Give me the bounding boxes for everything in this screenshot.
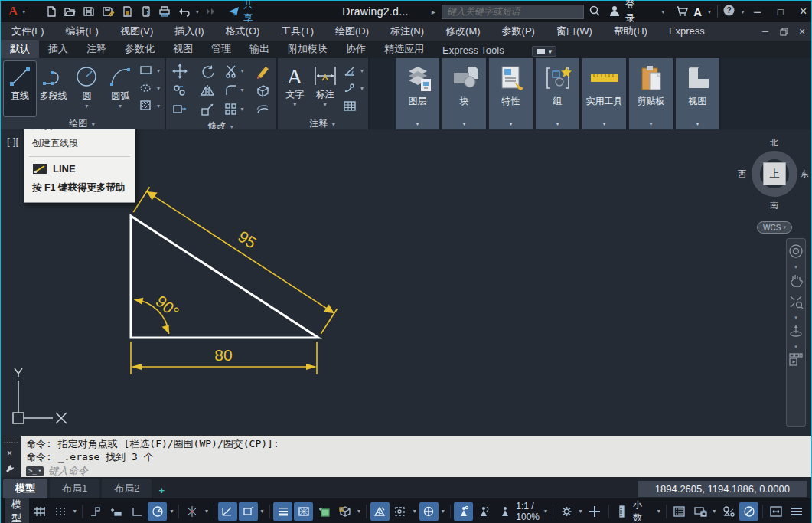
selection-cycling-toggle[interactable] bbox=[315, 502, 334, 521]
snap-dropdown-icon[interactable]: ▾ bbox=[72, 508, 78, 515]
wcs-selector[interactable]: WCS▾ bbox=[757, 221, 792, 234]
search-icon[interactable] bbox=[589, 5, 601, 19]
lineweight-toggle[interactable] bbox=[273, 502, 292, 521]
drawing-canvas[interactable]: [-][ 80 bbox=[1, 129, 811, 436]
doc-minimize-button[interactable]: ─ bbox=[756, 24, 774, 39]
doc-restore-button[interactable] bbox=[774, 24, 793, 39]
search-expand-icon[interactable]: ▸ bbox=[430, 8, 437, 16]
snap-toggle[interactable] bbox=[51, 502, 70, 521]
circle-dropdown-icon[interactable]: ▾ bbox=[83, 103, 90, 110]
stretch-button[interactable] bbox=[166, 103, 194, 116]
annotation-visibility-toggle[interactable] bbox=[454, 502, 473, 521]
ribbon-tab-insert[interactable]: 插入 bbox=[39, 40, 77, 58]
arc-button[interactable]: 圆弧 ▾ bbox=[104, 61, 136, 116]
command-prompt-icon[interactable]: >_▾ bbox=[26, 466, 44, 476]
print-button[interactable] bbox=[156, 3, 174, 20]
ribbon-tab-home[interactable]: 默认 bbox=[1, 40, 39, 58]
infer-constraints-toggle[interactable] bbox=[86, 502, 105, 521]
ortho-toggle[interactable] bbox=[127, 502, 146, 521]
view-tile-button[interactable]: 视图 ▾ bbox=[676, 58, 721, 129]
tab-layout1[interactable]: 布局1 bbox=[50, 479, 99, 498]
properties-tile-button[interactable]: 特性 ▾ bbox=[489, 58, 534, 129]
block-tile-button[interactable]: 块 ▾ bbox=[442, 58, 488, 129]
crosshair-button[interactable] bbox=[585, 502, 605, 521]
plot-button[interactable] bbox=[119, 3, 136, 20]
circle-button[interactable]: 圆 ▾ bbox=[71, 61, 103, 116]
ribbon-tab-express[interactable]: Express Tools bbox=[433, 42, 514, 58]
osnap-dropdown-icon[interactable]: ▾ bbox=[259, 508, 266, 515]
annotation-autoscale-toggle[interactable] bbox=[474, 502, 494, 521]
gizmo-dropdown-icon[interactable]: ▾ bbox=[440, 508, 446, 515]
array-button[interactable]: ▾ bbox=[221, 103, 249, 116]
zoom-dropdown-icon[interactable]: ▾ bbox=[794, 315, 797, 320]
menu-format[interactable]: 格式(O) bbox=[215, 22, 271, 41]
offset-button[interactable] bbox=[249, 103, 276, 116]
search-input[interactable] bbox=[442, 5, 584, 19]
viewcube-east[interactable]: 东 bbox=[801, 168, 809, 180]
window-close-button[interactable]: × bbox=[792, 2, 812, 21]
mirror-button[interactable] bbox=[194, 83, 221, 97]
viewcube-top-face[interactable]: 上 bbox=[763, 162, 786, 185]
scale-dropdown-icon[interactable]: ▾ bbox=[543, 508, 549, 515]
user-avatar-icon[interactable] bbox=[608, 5, 621, 19]
orbit-button[interactable] bbox=[788, 323, 804, 342]
groups-dropdown-icon[interactable]: ▾ bbox=[556, 119, 559, 129]
command-palette-grip[interactable]: :::::: × bbox=[1, 436, 21, 477]
transparency-toggle[interactable] bbox=[294, 502, 313, 521]
polar-tracking-toggle[interactable] bbox=[148, 502, 167, 521]
ribbon-tab-addins[interactable]: 附加模块 bbox=[279, 40, 337, 58]
wrench-icon[interactable] bbox=[5, 463, 15, 477]
angular-dim-button[interactable] bbox=[341, 63, 358, 78]
gizmo-toggle[interactable] bbox=[419, 502, 439, 521]
ribbon-tab-manage[interactable]: 管理 bbox=[202, 40, 240, 58]
menu-dimension[interactable]: 标注(N) bbox=[380, 22, 435, 41]
menu-express[interactable]: Express bbox=[658, 22, 716, 41]
mobile-app-button[interactable] bbox=[137, 3, 155, 20]
utilities-dropdown-icon[interactable]: ▾ bbox=[602, 119, 605, 129]
nav-wheel-dropdown-icon[interactable]: ▾ bbox=[794, 265, 797, 270]
hardware-acceleration-toggle[interactable] bbox=[739, 502, 758, 521]
navigation-wheel-button[interactable] bbox=[788, 244, 804, 262]
command-line[interactable]: 命令: 指定对角点或 [栏选(F)/圈围(WP)/圈交(CP)]: 命令: _.… bbox=[21, 436, 811, 477]
ribbon-tab-output[interactable]: 输出 bbox=[240, 40, 279, 58]
polar-dropdown-icon[interactable]: ▾ bbox=[168, 508, 174, 515]
workspace-switching-button[interactable] bbox=[557, 502, 576, 521]
viewcube-south[interactable]: 南 bbox=[770, 200, 778, 211]
redo-button[interactable] bbox=[202, 3, 220, 20]
ribbon-tab-parametric[interactable]: 参数化 bbox=[116, 40, 164, 58]
text-button[interactable]: A 文字 ▾ bbox=[281, 61, 309, 116]
window-maximize-button[interactable]: □ bbox=[769, 2, 792, 21]
ribbon-minimize-button[interactable]: ▾ bbox=[532, 46, 557, 57]
autodesk-a-icon[interactable]: A bbox=[693, 5, 702, 18]
menu-view[interactable]: 视图(V) bbox=[109, 22, 164, 41]
dynamic-ucs-toggle[interactable] bbox=[370, 502, 390, 521]
osnap-tracking-toggle[interactable] bbox=[218, 502, 237, 521]
orbit-dropdown-icon[interactable]: ▾ bbox=[794, 345, 797, 349]
save-button[interactable] bbox=[80, 3, 98, 20]
autodesk-dropdown-icon[interactable]: ▾ bbox=[706, 8, 713, 15]
tab-layout2[interactable]: 布局2 bbox=[102, 479, 152, 498]
move-button[interactable] bbox=[166, 64, 194, 79]
customize-menu-button[interactable] bbox=[788, 502, 807, 521]
utilities-tile-button[interactable]: 实用工具 ▾ bbox=[582, 58, 628, 129]
menu-edit[interactable]: 编辑(E) bbox=[55, 22, 109, 41]
command-close-icon[interactable]: × bbox=[7, 448, 12, 459]
annotation-scale-value[interactable]: 1:1 / 100% bbox=[516, 501, 541, 522]
menu-insert[interactable]: 插入(I) bbox=[164, 22, 214, 41]
undo-dropdown-icon[interactable]: ▾ bbox=[194, 8, 201, 15]
table-button[interactable] bbox=[341, 98, 358, 113]
line-button[interactable]: 直线 bbox=[4, 61, 36, 116]
view-dropdown-icon[interactable]: ▾ bbox=[696, 119, 699, 129]
drag-handle-icon[interactable]: :::::: bbox=[4, 437, 18, 444]
rotate-button[interactable] bbox=[194, 64, 221, 79]
explode-button[interactable] bbox=[249, 83, 276, 98]
hatch-button[interactable] bbox=[138, 98, 155, 113]
clipboard-tile-button[interactable]: 剪贴板 ▾ bbox=[629, 58, 674, 129]
ellipse-button[interactable] bbox=[138, 80, 155, 96]
grid-toggle[interactable] bbox=[31, 502, 50, 521]
groups-tile-button[interactable]: 组 ▾ bbox=[536, 58, 581, 129]
polyline-button[interactable]: 多段线 bbox=[38, 61, 70, 116]
menu-tools[interactable]: 工具(T) bbox=[270, 22, 324, 41]
scale-button[interactable] bbox=[194, 103, 221, 116]
workspace-dropdown-icon[interactable]: ▾ bbox=[578, 508, 584, 515]
